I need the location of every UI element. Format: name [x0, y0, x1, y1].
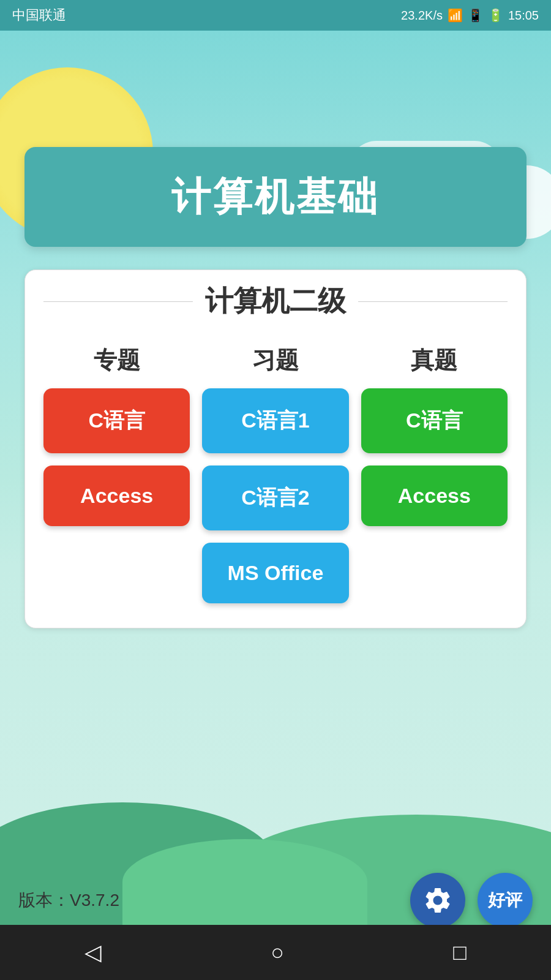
column-xiti: 习题 C语言1 C语言2 MS Office [202, 339, 348, 603]
col-content-xiti: C语言1 C语言2 MS Office [202, 388, 348, 603]
zhuanti-access-button[interactable]: Access [43, 466, 190, 526]
zhenti-access-button[interactable]: Access [361, 466, 508, 526]
subject-grid: 专题 C语言 Access 习题 C语言1 C语言2 MS Office 真题 … [43, 339, 508, 603]
signal-icon: 📱 [468, 8, 483, 23]
gear-icon [422, 885, 453, 916]
xiti-msoffice-button[interactable]: MS Office [202, 543, 348, 603]
nav-home-icon[interactable]: ○ [271, 940, 284, 965]
xiti-c1-button[interactable]: C语言1 [202, 388, 348, 453]
main-card: 计算机二级 专题 C语言 Access 习题 C语言1 C语言2 MS Offi… [24, 270, 527, 628]
status-right: 23.2K/s 📶 📱 🔋 15:05 [401, 8, 539, 23]
column-zhenti: 真题 C语言 Access [361, 339, 508, 526]
bottom-bar: 版本：V3.7.2 好评 [0, 876, 551, 925]
review-button[interactable]: 好评 [478, 873, 533, 928]
settings-button[interactable] [410, 873, 465, 928]
wifi-icon: 📶 [448, 8, 463, 23]
col-content-zhenti: C语言 Access [361, 388, 508, 526]
col-header-xiti: 习题 [202, 339, 348, 382]
card-title-wrapper: 计算机二级 [43, 282, 508, 320]
bottom-action-buttons: 好评 [410, 873, 533, 928]
status-bar: 中国联通 23.2K/s 📶 📱 🔋 15:05 [0, 0, 551, 31]
carrier-label: 中国联通 [12, 6, 66, 24]
nav-back-icon[interactable]: ◁ [84, 940, 102, 965]
nav-bar: ◁ ○ □ [0, 925, 551, 980]
battery-icon: 🔋 [488, 8, 503, 23]
col-header-zhenti: 真题 [361, 339, 508, 382]
nav-recent-icon[interactable]: □ [453, 940, 467, 965]
col-content-zhuanti: C语言 Access [43, 388, 190, 526]
zhenti-c-button[interactable]: C语言 [361, 388, 508, 453]
time-label: 15:05 [508, 9, 539, 23]
zhuanti-c-button[interactable]: C语言 [43, 388, 190, 453]
xiti-c2-button[interactable]: C语言2 [202, 466, 348, 530]
main-title: 计算机基础 [171, 175, 380, 219]
column-zhuanti: 专题 C语言 Access [43, 339, 190, 526]
col-header-zhuanti: 专题 [43, 339, 190, 382]
card-title: 计算机二级 [193, 282, 358, 320]
version-label: 版本：V3.7.2 [18, 889, 119, 912]
main-title-banner: 计算机基础 [24, 147, 527, 247]
speed-label: 23.2K/s [401, 9, 443, 23]
